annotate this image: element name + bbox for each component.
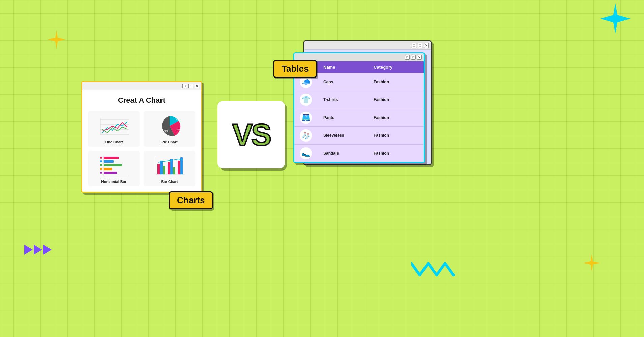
line-chart-card[interactable]: Line Chart [88,111,140,147]
tables-front-maximize[interactable]: □ [411,55,416,60]
table-cell-category: Fashion [374,151,424,156]
table-cell-name: Sandals [323,151,374,156]
svg-rect-33 [173,167,175,174]
hbar-chart-svg [97,154,131,178]
tables-header-name: Name [323,65,374,70]
svg-rect-18 [104,164,122,166]
pie-chart-label: Pie Chart [161,140,177,144]
svg-point-24 [100,168,102,170]
table-cell-name: Pants [323,115,374,120]
table-row: 🧢 Caps Fashion [294,73,424,91]
vs-box: VS [217,101,285,168]
titlebar-minimize[interactable]: □ [182,84,187,88]
svg-point-21 [100,157,102,159]
table-cell-icon: 🩳 [300,112,323,124]
arrows-purple-deco [24,241,55,259]
tables-front-titlebar: □ □ ✕ [294,53,424,61]
svg-text:70%: 70% [175,118,180,120]
table-cell-icon: 🧦 [300,129,323,142]
svg-point-23 [100,164,102,166]
svg-marker-4 [43,245,52,255]
svg-marker-1 [600,3,631,34]
tables-header: Image Name Category [294,61,424,73]
pie-chart-card[interactable]: 70% 40% 40% Pie Chart [144,111,195,147]
svg-rect-28 [157,164,160,174]
tables-back-minimize[interactable]: □ [412,43,416,48]
pie-chart-svg: 70% 40% 40% [158,114,181,138]
svg-rect-32 [170,159,173,174]
svg-rect-20 [104,172,117,174]
line-chart-label: Line Chart [105,140,123,144]
table-cell-icon: 🥿 [300,147,323,159]
svg-marker-2 [24,245,33,255]
pants-icon: 🩳 [300,112,312,124]
table-cell-category: Fashion [374,133,424,138]
titlebar-maximize[interactable]: □ [188,84,193,88]
svg-marker-0 [47,30,66,49]
tables-front-close[interactable]: ✕ [417,55,422,60]
tables-window-front: □ □ ✕ Image Name Category 🧢 Caps Fashion… [293,52,425,163]
table-cell-icon: 👕 [300,94,323,106]
sleeveless-icon: 🧦 [300,129,312,142]
table-cell-name: Caps [323,80,374,84]
svg-marker-3 [34,245,42,255]
table-row: 🧦 Sleeveless Fashion [294,127,424,145]
star-gold-br-deco [583,254,600,271]
svg-rect-34 [178,161,180,174]
table-cell-icon: 🧢 [300,76,323,88]
bar-chart-svg [153,154,186,178]
charts-badge: Charts [169,191,213,209]
sandals-icon: 🥿 [300,147,312,159]
caps-icon: 🧢 [300,76,312,88]
hbar-chart-label: Horizontal Bar [101,180,126,184]
line-chart-svg [97,114,131,138]
svg-marker-5 [583,254,600,271]
svg-rect-29 [160,161,163,174]
tables-header-category: Category [374,65,424,70]
star-yellow-deco [47,30,66,49]
zigzag-cyan-deco [411,256,455,285]
tables-back-titlebar: □ □ ✕ [304,41,431,50]
charts-badge-label: Charts [177,195,205,205]
svg-rect-30 [163,166,165,174]
table-row: 🥿 Sandals Fashion [294,145,424,162]
table-cell-category: Fashion [374,97,424,102]
charts-window: □ □ ✕ Creat A Chart [81,81,202,193]
svg-point-22 [100,160,102,162]
charts-titlebar: □ □ ✕ [82,82,201,90]
tshirt-icon: 👕 [300,94,312,106]
table-row: 🩳 Pants Fashion [294,109,424,127]
vs-text: VS [232,120,270,150]
titlebar-close[interactable]: ✕ [195,84,199,88]
svg-rect-16 [104,157,119,159]
svg-rect-17 [104,160,114,163]
tables-front-minimize[interactable]: □ [405,55,410,60]
table-cell-category: Fashion [374,115,424,120]
tables-back-maximize[interactable]: □ [418,43,422,48]
svg-text:40%: 40% [177,129,181,131]
bar-chart-card[interactable]: Bar Chart [144,151,195,186]
svg-text:40%: 40% [164,130,168,132]
tables-back-close[interactable]: ✕ [424,43,429,48]
svg-rect-19 [104,168,112,170]
hbar-chart-card[interactable]: Horizontal Bar [88,151,140,186]
table-body: 🧢 Caps Fashion 👕 T-shirts Fashion 🩳 Pant… [294,73,424,162]
star-cyan-deco [600,3,631,34]
table-cell-name: Sleeveless [323,133,374,138]
table-cell-name: T-shirts [323,97,374,102]
svg-point-25 [100,172,102,174]
tables-header-image: Image [300,65,323,70]
bar-chart-label: Bar Chart [161,180,178,184]
charts-window-title: Creat A Chart [88,96,195,105]
chart-grid: Line Chart 70% 40% 40% Pie Chart [88,111,195,186]
charts-window-body: Creat A Chart Line Cha [82,90,201,192]
table-row: 👕 T-shirts Fashion [294,91,424,109]
table-cell-category: Fashion [374,80,424,84]
svg-rect-31 [168,162,170,174]
